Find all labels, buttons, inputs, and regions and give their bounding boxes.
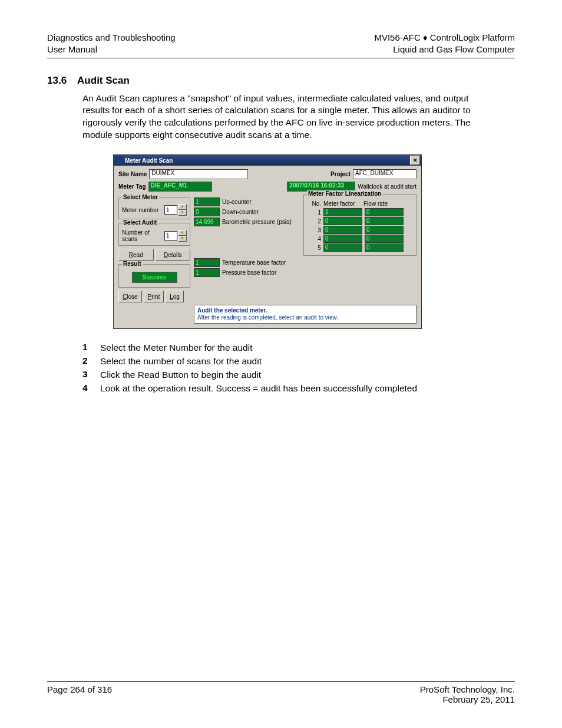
site-name-label: Site Name (118, 171, 147, 177)
linearization-legend: Meter Factor Linearization (307, 190, 382, 197)
linearization-row: 500 (307, 243, 413, 252)
footer-company: ProSoft Technology, Inc. (420, 684, 515, 694)
chevron-down-icon[interactable]: ▼ (178, 210, 187, 216)
section-title: Audit Scan (77, 75, 130, 87)
counter-row: 1Up-counter (194, 197, 300, 206)
read-button[interactable]: RReadead (118, 249, 154, 261)
step-text: Look at the operation result. Success = … (100, 383, 471, 395)
num-scans-label: Number of scans (122, 229, 164, 242)
section-paragraph: An Audit Scan captures a "snapshot" of i… (82, 93, 495, 142)
help-line-2: After the reading is completed, select a… (197, 314, 413, 321)
chevron-up-icon[interactable]: ▲ (178, 204, 187, 210)
help-line-1: Audit the selected meter. (197, 307, 413, 314)
meter-number-input[interactable] (164, 205, 177, 215)
linearization-header: No. Meter factor Flow rate (307, 200, 413, 207)
header-left-1: Diagnostics and Troubleshooting (47, 32, 176, 44)
counter-row: 14.696Barometric pressure (psia) (194, 218, 300, 226)
close-button[interactable]: Close (118, 291, 142, 302)
print-button[interactable]: Print (144, 291, 164, 302)
step-text: Click the Read Button to begin the audit (100, 369, 471, 381)
meter-audit-scan-dialog: Meter Audit Scan ✕ Site Name DUIMEX Proj… (113, 154, 422, 329)
select-meter-group: Select Meter Meter number ▲▼ (118, 197, 190, 219)
project-field[interactable]: AFC_DUIMEX (353, 169, 416, 179)
linearization-row: 110 (307, 208, 413, 216)
wallclock-label: Wallclock at audit start (358, 183, 416, 190)
header-right-2: Liquid and Gas Flow Computer (374, 44, 515, 55)
step-number: 2 (82, 355, 100, 368)
step-number: 4 (82, 383, 100, 395)
page-footer: Page 264 of 316 ProSoft Technology, Inc.… (47, 681, 515, 704)
num-scans-input[interactable] (164, 231, 177, 241)
meter-tag-label: Meter Tag (118, 183, 146, 190)
factor-row: 1Temperature base factor (194, 258, 300, 267)
diamond-icon: ♦ (423, 32, 428, 44)
step-number: 1 (82, 342, 100, 354)
close-icon[interactable]: ✕ (410, 156, 420, 165)
chevron-down-icon[interactable]: ▼ (178, 236, 187, 242)
select-audit-legend: Select Audit (122, 219, 158, 226)
linearization-row: 400 (307, 235, 413, 243)
site-name-field[interactable]: DUIMEX (149, 169, 248, 179)
project-label: Project (330, 171, 351, 177)
footer-page: Page 264 of 316 (47, 684, 112, 704)
meter-number-stepper[interactable]: ▲▼ (164, 204, 187, 216)
select-meter-legend: Select Meter (122, 194, 159, 200)
step-number: 3 (82, 369, 100, 381)
footer-date: February 25, 2011 (420, 694, 515, 704)
help-panel: Audit the selected meter. After the read… (194, 305, 416, 324)
select-audit-group: Select Audit Number of scans ▲▼ (118, 223, 190, 246)
step-text: Select the number of scans for the audit (100, 355, 471, 368)
chevron-up-icon[interactable]: ▲ (178, 230, 187, 236)
num-scans-stepper[interactable]: ▲▼ (164, 230, 187, 242)
header-left-2: User Manual (47, 44, 176, 55)
log-button[interactable]: Log (166, 291, 184, 302)
dialog-title: Meter Audit Scan (125, 157, 410, 164)
app-icon (115, 156, 123, 164)
titlebar: Meter Audit Scan ✕ (114, 155, 421, 166)
linearization-row: 200 (307, 217, 413, 225)
page-header: Diagnostics and Troubleshooting User Man… (47, 32, 515, 58)
result-legend: Result (122, 261, 143, 267)
step-text: Select the Meter Number for the audit (100, 342, 471, 354)
result-status: Success (132, 272, 177, 283)
meter-number-label: Meter number (122, 207, 158, 213)
header-right-1a: MVI56-AFC (374, 32, 420, 42)
counter-row: 0Down-counter (194, 207, 300, 216)
meter-tag-field: DIE_AFC_M1 (148, 182, 212, 192)
details-button[interactable]: Details (156, 249, 191, 261)
linearization-row: 300 (307, 226, 413, 234)
factor-row: 1Pressure base factor (194, 268, 300, 277)
section-number: 13.6 (47, 75, 67, 87)
header-right-1b: ControlLogix Platform (430, 32, 515, 42)
section-heading: 13.6 Audit Scan (47, 75, 515, 87)
steps-list: 1Select the Meter Number for the audit 2… (82, 342, 515, 395)
result-group: Result Success (118, 264, 190, 288)
linearization-group: Meter Factor Linearization No. Meter fac… (303, 194, 416, 256)
